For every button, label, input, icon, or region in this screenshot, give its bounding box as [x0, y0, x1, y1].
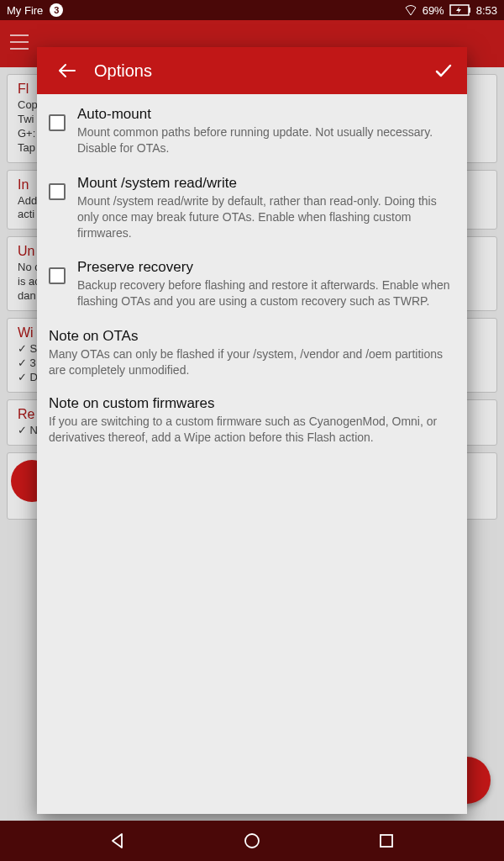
- options-dialog: Options Auto-mount Mount common paths be…: [37, 47, 467, 814]
- option-preserve-recovery[interactable]: Preserve recovery Backup recovery before…: [49, 259, 455, 309]
- checkbox[interactable]: [49, 183, 66, 200]
- svg-rect-1: [469, 8, 470, 13]
- svg-point-2: [245, 834, 259, 848]
- navigation-bar: [0, 821, 504, 861]
- dialog-title: Options: [94, 61, 152, 81]
- nav-home-button[interactable]: [235, 824, 269, 858]
- option-mount-system-rw[interactable]: Mount /system read/write Mount /system r…: [49, 175, 455, 241]
- device-name: My Fire: [7, 4, 43, 17]
- option-desc: Backup recovery before flashing and rest…: [77, 277, 455, 309]
- option-title: Auto-mount: [77, 106, 455, 123]
- note-title: Note on custom firmwares: [49, 395, 455, 412]
- option-title: Preserve recovery: [77, 259, 455, 276]
- nav-recent-button[interactable]: [370, 824, 403, 858]
- option-auto-mount[interactable]: Auto-mount Mount common paths before run…: [49, 106, 455, 156]
- back-button[interactable]: [54, 57, 81, 84]
- dialog-header: Options: [37, 47, 467, 94]
- note-custom-firmwares: Note on custom firmwares If you are swit…: [49, 395, 455, 446]
- clock: 8:53: [476, 4, 497, 17]
- checkbox[interactable]: [49, 267, 66, 284]
- battery-percent: 69%: [423, 4, 444, 17]
- svg-rect-3: [381, 835, 392, 847]
- dialog-body: Auto-mount Mount common paths before run…: [37, 94, 467, 814]
- option-title: Mount /system read/write: [77, 175, 455, 192]
- nav-back-button[interactable]: [101, 824, 134, 858]
- note-otas: Note on OTAs Many OTAs can only be flash…: [49, 328, 455, 378]
- note-body: Many OTAs can only be flashed if your /s…: [49, 346, 455, 378]
- wifi-icon: [404, 4, 417, 16]
- notification-badge: 3: [50, 3, 63, 17]
- done-button[interactable]: [430, 57, 457, 84]
- status-bar: My Fire 3 69% 8:53: [0, 0, 504, 20]
- checkbox[interactable]: [49, 114, 66, 131]
- note-title: Note on OTAs: [49, 328, 455, 345]
- option-desc: Mount /system read/write by default, rat…: [77, 193, 455, 241]
- hamburger-icon[interactable]: [10, 34, 29, 53]
- note-body: If you are switching to a custom firmwar…: [49, 414, 455, 446]
- battery-charging-icon: [449, 4, 471, 16]
- option-desc: Mount common paths before running update…: [77, 124, 455, 156]
